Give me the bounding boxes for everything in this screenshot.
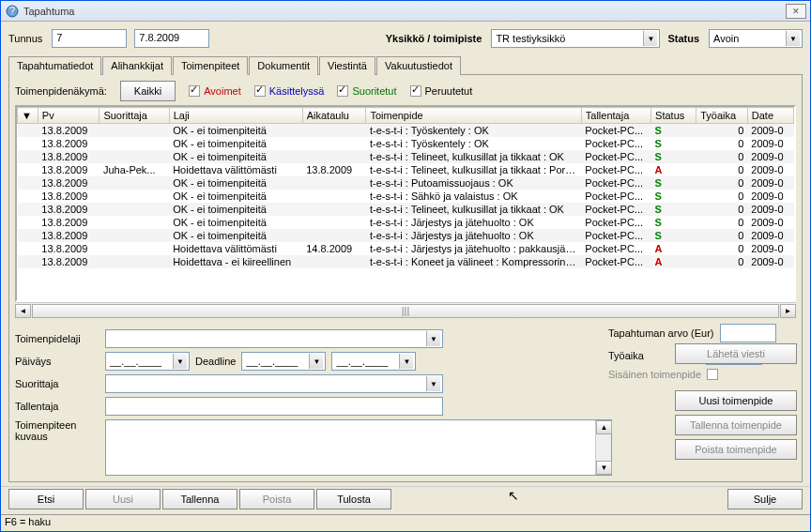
app-icon: ?	[5, 4, 20, 19]
kasittelyssa-checkbox[interactable]: Käsittelyssä	[254, 85, 325, 97]
uusi-button[interactable]: Uusi	[85, 489, 161, 509]
tyoaika-label: Työaika	[608, 350, 644, 361]
poista-toimenpide-button[interactable]: Poista toimenpide	[675, 439, 797, 460]
peruutetut-checkbox[interactable]: Peruutetut	[410, 85, 473, 97]
kaikki-button[interactable]: Kaikki	[120, 81, 176, 101]
chevron-down-icon: ▼	[309, 354, 323, 369]
tab-vakuutustiedot[interactable]: Vakuutustiedot	[376, 56, 461, 75]
tunnus-input[interactable]: 7	[52, 29, 127, 48]
table-row[interactable]: 13.8.2009OK - ei toimenpiteität-e-s-t-i …	[18, 137, 794, 150]
app-window: ? Tapahtuma ✕ Tunnus 7 7.8.2009 Yksikkö …	[0, 0, 811, 532]
kuvaus-label: Toimenpiteen kuvaus	[15, 419, 99, 442]
header-row: Tunnus 7 7.8.2009 Yksikkö / toimipiste T…	[1, 22, 810, 48]
paivays-input[interactable]: __.__.____▼	[105, 352, 190, 371]
table-row[interactable]: 13.8.2009OK - ei toimenpiteität-e-s-t-i …	[18, 150, 794, 163]
col-header[interactable]: Aikataulu	[302, 108, 366, 124]
toimenpide-table: ▼PvSuorittajaLajiAikatauluToimenpideTall…	[17, 107, 794, 268]
filter-label: Toimenpidenäkymä:	[15, 85, 107, 97]
bottom-toolbar: Etsi Uusi Tallenna Poista Tulosta Sulje	[1, 486, 810, 514]
tab-toimenpiteet[interactable]: Toimenpiteet	[173, 56, 248, 75]
col-header[interactable]: Laji	[169, 108, 302, 124]
scroll-up-icon[interactable]: ▲	[596, 420, 612, 434]
arvo-label: Tapahtuman arvo (Eur)	[608, 327, 714, 339]
col-header[interactable]: Työaika	[696, 108, 748, 124]
suorittaja-combo[interactable]: ▼	[105, 374, 443, 393]
deadline2-input[interactable]: __.__.____▼	[331, 352, 416, 371]
tallenna-button[interactable]: Tallenna	[162, 489, 237, 509]
tab-strip: TapahtumatiedotAlihankkijatToimenpiteetD…	[8, 55, 810, 74]
table-row[interactable]: 13.8.2009Juha-Pek...Hoidettava välittömä…	[18, 163, 794, 176]
table-row[interactable]: 13.8.2009Hoidettava välittömästi14.8.200…	[18, 242, 794, 255]
suoritetut-checkbox[interactable]: Suoritetut	[337, 85, 396, 97]
table-row[interactable]: 13.8.2009OK - ei toimenpiteität-e-s-t-i …	[18, 229, 794, 242]
laheta-viesti-button[interactable]: Lähetä viesti	[675, 343, 797, 364]
statusbar: F6 = haku	[1, 514, 810, 531]
uusi-toimenpide-button[interactable]: Uusi toimenpide	[675, 390, 797, 411]
tulosta-button[interactable]: Tulosta	[316, 489, 391, 509]
titlebar: ? Tapahtuma ✕	[1, 1, 810, 22]
deadline-input[interactable]: __.__.____▼	[241, 352, 326, 371]
table-row[interactable]: 13.8.2009OK - ei toimenpiteität-e-s-t-i …	[18, 203, 794, 216]
tallentaja-input[interactable]	[105, 397, 443, 416]
col-header[interactable]: Suorittaja	[99, 108, 169, 124]
side-buttons: Lähetä viesti Uusi toimenpide Tallenna t…	[675, 343, 797, 460]
window-title: Tapahtuma	[23, 6, 786, 17]
scroll-down-icon[interactable]: ▼	[596, 461, 612, 475]
tab-tapahtumatiedot[interactable]: Tapahtumatiedot	[8, 56, 101, 75]
toimenpidelaji-combo[interactable]: ▼	[105, 329, 443, 348]
suorittaja-label: Suorittaja	[15, 378, 99, 389]
scroll-thumb[interactable]: |||	[32, 304, 779, 318]
tab-viestintä[interactable]: Viestintä	[319, 56, 375, 75]
kuvaus-textarea[interactable]: ▲▼	[105, 419, 612, 476]
status-label: Status	[667, 33, 699, 44]
date-input[interactable]: 7.8.2009	[134, 29, 209, 48]
col-header[interactable]: Tallentaja	[581, 108, 650, 124]
col-header[interactable]: Pv	[38, 108, 99, 124]
sulje-button[interactable]: Sulje	[727, 489, 803, 509]
col-header[interactable]: Date	[747, 108, 793, 124]
tallentaja-label: Tallentaja	[15, 401, 99, 412]
toimenpide-table-wrap: ▼PvSuorittajaLajiAikatauluToimenpideTall…	[15, 105, 796, 302]
yksikko-label: Yksikkö / toimipiste	[386, 33, 482, 44]
table-row[interactable]: 13.8.2009Hoidettava - ei kiireellinent-e…	[18, 255, 794, 268]
etsi-button[interactable]: Etsi	[8, 489, 84, 509]
chevron-down-icon: ▼	[173, 354, 187, 369]
col-header[interactable]: ▼	[18, 108, 38, 124]
table-row[interactable]: 13.8.2009OK - ei toimenpiteität-e-s-t-i …	[18, 216, 794, 229]
arvo-input[interactable]	[720, 324, 776, 342]
hscrollbar[interactable]: ◄ ||| ►	[15, 302, 796, 318]
tallenna-toimenpide-button[interactable]: Tallenna toimenpide	[675, 415, 797, 435]
chevron-down-icon: ▼	[426, 376, 440, 391]
table-row[interactable]: 13.8.2009OK - ei toimenpiteität-e-s-t-i …	[18, 190, 794, 203]
poista-button[interactable]: Poista	[239, 489, 314, 509]
table-row[interactable]: 13.8.2009OK - ei toimenpiteität-e-s-t-i …	[18, 124, 794, 138]
chevron-down-icon: ▼	[399, 354, 413, 369]
svg-text:?: ?	[9, 5, 15, 16]
scroll-right-icon[interactable]: ►	[780, 304, 796, 318]
chevron-down-icon: ▼	[426, 331, 440, 346]
col-header[interactable]: Toimenpide	[366, 108, 581, 124]
scroll-left-icon[interactable]: ◄	[15, 304, 31, 318]
status-combo[interactable]: Avoin▼	[709, 29, 803, 48]
sort-arrow-icon: ▼	[22, 110, 32, 121]
table-row[interactable]: 13.8.2009OK - ei toimenpiteität-e-s-t-i …	[18, 176, 794, 190]
tunnus-label: Tunnus	[8, 33, 42, 44]
paivays-label: Päiväys	[15, 356, 99, 367]
close-button[interactable]: ✕	[786, 4, 806, 19]
tab-dokumentit[interactable]: Dokumentit	[249, 56, 318, 75]
tab-alihankkijat[interactable]: Alihankkijat	[102, 56, 172, 75]
filter-row: Toimenpidenäkymä: Kaikki Avoimet Käsitte…	[15, 81, 796, 101]
yksikko-combo[interactable]: TR testiyksikkö▼	[491, 29, 660, 48]
chevron-down-icon: ▼	[643, 31, 657, 46]
chevron-down-icon: ▼	[786, 31, 800, 46]
avoimet-checkbox[interactable]: Avoimet	[189, 85, 241, 97]
col-header[interactable]: Status	[651, 108, 696, 124]
deadline-label: Deadline	[195, 356, 236, 367]
toimenpidelaji-label: Toimenpidelaji	[15, 333, 99, 344]
